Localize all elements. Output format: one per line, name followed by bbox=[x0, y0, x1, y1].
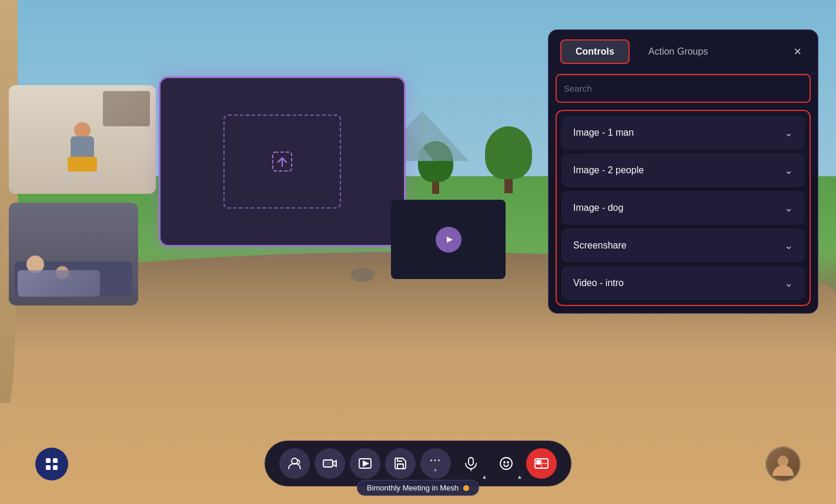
item-screenshare[interactable]: Screenshare ⌄ bbox=[561, 229, 805, 263]
item-label: Screenshare bbox=[573, 240, 627, 251]
grid-button[interactable] bbox=[35, 448, 68, 481]
svg-rect-5 bbox=[53, 458, 58, 463]
person-card-1 bbox=[9, 85, 156, 194]
chevron-down-icon: ⌄ bbox=[784, 164, 793, 177]
svg-point-10 bbox=[778, 456, 788, 465]
video-thumbnail[interactable] bbox=[391, 200, 506, 279]
media-button[interactable] bbox=[350, 448, 380, 479]
svg-point-16 bbox=[500, 458, 512, 469]
svg-rect-4 bbox=[46, 458, 51, 463]
panel-header: Controls Action Groups × bbox=[549, 30, 818, 74]
svg-rect-6 bbox=[46, 465, 51, 470]
svg-rect-7 bbox=[53, 465, 58, 470]
camera-button[interactable] bbox=[315, 448, 345, 479]
chevron-down-icon: ⌄ bbox=[784, 239, 793, 252]
emoji-button[interactable]: ▲ bbox=[491, 448, 521, 479]
search-section bbox=[556, 74, 811, 103]
controls-items-list: Image - 1 man ⌄ Image - 2 people ⌄ Image… bbox=[556, 110, 811, 306]
item-video-intro[interactable]: Video - intro ⌄ bbox=[561, 266, 805, 300]
item-label: Video - intro bbox=[573, 278, 624, 288]
controls-tab[interactable]: Controls bbox=[560, 39, 630, 64]
screenshare-active-button[interactable] bbox=[526, 448, 557, 479]
person-card-2 bbox=[9, 203, 138, 305]
mic-button[interactable]: ▲ bbox=[456, 448, 486, 479]
avatar-icon-button[interactable] bbox=[279, 448, 310, 479]
item-image-2people[interactable]: Image - 2 people ⌄ bbox=[561, 153, 805, 187]
item-label: Image - 2 people bbox=[573, 165, 644, 176]
save-button[interactable] bbox=[385, 448, 416, 479]
meeting-status-dot bbox=[463, 485, 469, 491]
controls-panel: Controls Action Groups × Image - 1 man ⌄… bbox=[548, 29, 818, 314]
svg-point-18 bbox=[507, 462, 509, 463]
search-input[interactable] bbox=[564, 80, 802, 97]
meeting-title: Bimonthly Meeting in Mesh bbox=[367, 483, 459, 492]
tree-2 bbox=[485, 126, 532, 193]
item-image-1man[interactable]: Image - 1 man ⌄ bbox=[561, 116, 805, 150]
board-upload-area[interactable] bbox=[223, 115, 341, 209]
meeting-label: Bimonthly Meeting in Mesh bbox=[357, 480, 479, 496]
chevron-down-icon: ⌄ bbox=[784, 201, 793, 214]
action-groups-tab[interactable]: Action Groups bbox=[634, 41, 722, 63]
more-button[interactable]: ··· ▲ bbox=[420, 448, 451, 479]
item-image-dog[interactable]: Image - dog ⌄ bbox=[561, 191, 805, 225]
chevron-down-icon: ⌄ bbox=[784, 277, 793, 290]
svg-rect-12 bbox=[323, 460, 333, 467]
close-button[interactable]: × bbox=[789, 42, 806, 62]
play-button[interactable] bbox=[436, 227, 462, 253]
item-label: Image - 1 man bbox=[573, 127, 634, 138]
rock-1 bbox=[351, 267, 374, 282]
upload-icon bbox=[267, 147, 297, 176]
svg-point-17 bbox=[504, 462, 505, 463]
item-label: Image - dog bbox=[573, 203, 623, 213]
svg-rect-14 bbox=[469, 458, 473, 465]
avatar-button[interactable] bbox=[765, 446, 801, 482]
arch-left bbox=[0, 0, 18, 403]
chevron-down-icon: ⌄ bbox=[784, 126, 793, 139]
presentation-board[interactable] bbox=[159, 76, 406, 247]
svg-point-8 bbox=[773, 465, 794, 476]
svg-rect-20 bbox=[537, 461, 540, 464]
